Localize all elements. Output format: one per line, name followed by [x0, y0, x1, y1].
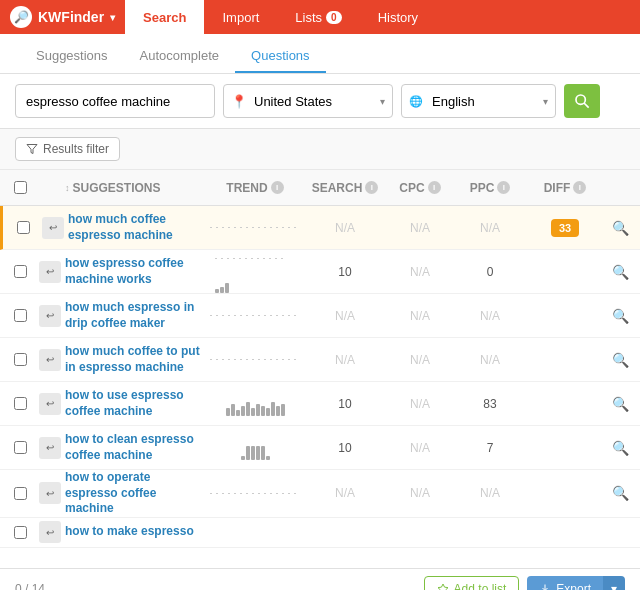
keyword-link[interactable]: how much espresso in drip coffee maker — [65, 300, 205, 331]
tab-suggestions[interactable]: Suggestions — [20, 40, 124, 73]
header-diff: DIFF i — [525, 181, 605, 195]
keyword-link[interactable]: how much coffee to put in espresso machi… — [65, 344, 205, 375]
bookmark-button[interactable]: ↩ — [39, 261, 61, 283]
row-checkbox[interactable] — [5, 487, 35, 500]
search-button[interactable] — [564, 84, 600, 118]
row-action[interactable]: 🔍 — [605, 220, 635, 236]
diff-info-icon[interactable]: i — [573, 181, 586, 194]
row-checkbox[interactable] — [5, 441, 35, 454]
row-ppc: 83 — [455, 397, 525, 411]
trend-info-icon[interactable]: i — [271, 181, 284, 194]
row-action[interactable]: 🔍 — [605, 396, 635, 412]
cpc-info-icon[interactable]: i — [428, 181, 441, 194]
header-ppc: PPC i — [455, 181, 525, 195]
row-bookmark[interactable]: ↩ — [35, 393, 65, 415]
bookmark-button[interactable]: ↩ — [39, 521, 61, 543]
row-action[interactable]: 🔍 — [605, 264, 635, 280]
table-row: ↩ how to clean espresso coffee machine 1… — [0, 426, 640, 470]
row-trend — [205, 392, 305, 416]
result-count: 0 / 14 — [15, 582, 45, 591]
language-select[interactable]: English Spanish French German — [401, 84, 556, 118]
select-all-checkbox[interactable] — [14, 181, 27, 194]
export-button[interactable]: Export — [527, 576, 603, 591]
app-name: KWFinder — [38, 9, 104, 25]
keyword-link[interactable]: how to make espresso — [65, 524, 194, 540]
svg-point-0 — [576, 95, 585, 104]
row-bookmark[interactable]: ↩ — [35, 437, 65, 459]
row-checkbox[interactable] — [8, 221, 38, 234]
row-keyword: how to operate espresso coffee machine — [65, 470, 205, 517]
row-keyword: how to make espresso — [65, 524, 205, 540]
export-dropdown-button[interactable]: ▾ — [603, 576, 625, 591]
tab-autocomplete[interactable]: Autocomplete — [124, 40, 236, 73]
keyword-link[interactable]: how to clean espresso coffee machine — [65, 432, 205, 463]
svg-line-1 — [584, 103, 589, 108]
row-checkbox[interactable] — [5, 397, 35, 410]
svg-marker-3 — [438, 584, 448, 591]
row-ppc: 0 — [455, 265, 525, 279]
results-filter-button[interactable]: Results filter — [15, 137, 120, 161]
download-icon — [539, 583, 551, 591]
nav-tab-search[interactable]: Search — [125, 0, 204, 34]
row-cpc: N/A — [385, 221, 455, 235]
table-row: ↩ how much coffee to put in espresso mac… — [0, 338, 640, 382]
footer: 0 / 14 Add to list Export ▾ — [0, 568, 640, 590]
nav-tab-import[interactable]: Import — [204, 0, 277, 34]
row-cpc: N/A — [385, 309, 455, 323]
row-trend — [205, 220, 305, 236]
row-bookmark[interactable]: ↩ — [35, 482, 65, 504]
row-ppc: N/A — [455, 221, 525, 235]
row-search: 10 — [305, 441, 385, 455]
row-bookmark[interactable]: ↩ — [35, 349, 65, 371]
svg-marker-2 — [27, 145, 37, 154]
nav-tab-history[interactable]: History — [360, 0, 436, 34]
filter-icon — [26, 143, 38, 155]
bookmark-button[interactable]: ↩ — [39, 393, 61, 415]
trend-dotted — [210, 220, 300, 236]
bookmark-button[interactable]: ↩ — [39, 349, 61, 371]
row-checkbox[interactable] — [5, 265, 35, 278]
tab-questions[interactable]: Questions — [235, 40, 326, 73]
chevron-down-icon[interactable]: ▾ — [110, 12, 115, 23]
language-wrapper: 🌐 English Spanish French German ▾ — [401, 84, 556, 118]
logo-area[interactable]: 🔎 KWFinder ▾ — [10, 6, 115, 28]
row-keyword: how much coffee espresso machine — [68, 212, 205, 243]
keyword-link[interactable]: how to operate espresso coffee machine — [65, 470, 205, 517]
export-group: Export ▾ — [527, 576, 625, 591]
row-ppc: N/A — [455, 486, 525, 500]
trend-dotted — [215, 251, 285, 267]
row-bookmark[interactable]: ↩ — [35, 521, 65, 543]
table-row: ↩ how much espresso in drip coffee maker… — [0, 294, 640, 338]
row-checkbox[interactable] — [5, 353, 35, 366]
keyword-link[interactable]: how much coffee espresso machine — [68, 212, 205, 243]
row-checkbox[interactable] — [5, 526, 35, 539]
ppc-info-icon[interactable]: i — [497, 181, 510, 194]
bookmark-button[interactable]: ↩ — [39, 437, 61, 459]
row-cpc: N/A — [385, 441, 455, 455]
row-cpc: N/A — [385, 265, 455, 279]
table-row: ↩ how to make espresso — [0, 518, 640, 548]
row-action[interactable]: 🔍 — [605, 440, 635, 456]
row-action[interactable]: 🔍 — [605, 485, 635, 501]
header-suggestions[interactable]: ↕ Suggestions — [65, 181, 205, 195]
row-bookmark[interactable]: ↩ — [35, 305, 65, 327]
row-action[interactable]: 🔍 — [605, 352, 635, 368]
bookmark-button[interactable]: ↩ — [39, 482, 61, 504]
row-trend — [205, 308, 305, 324]
star-icon — [437, 583, 449, 591]
bookmark-button[interactable]: ↩ — [42, 217, 64, 239]
row-bookmark[interactable]: ↩ — [35, 261, 65, 283]
row-action[interactable]: 🔍 — [605, 308, 635, 324]
search-info-icon[interactable]: i — [365, 181, 378, 194]
add-to-list-button[interactable]: Add to list — [424, 576, 520, 591]
row-bookmark[interactable]: ↩ — [38, 217, 68, 239]
header-trend: Trend i — [205, 181, 305, 195]
nav-tab-lists[interactable]: Lists 0 — [277, 0, 359, 34]
keyword-link[interactable]: how to use espresso coffee machine — [65, 388, 205, 419]
logo-icon: 🔎 — [10, 6, 32, 28]
row-checkbox[interactable] — [5, 309, 35, 322]
location-select[interactable]: United States United Kingdom Canada Aust… — [223, 84, 393, 118]
keyword-input[interactable] — [15, 84, 215, 118]
bookmark-button[interactable]: ↩ — [39, 305, 61, 327]
keyword-link[interactable]: how espresso coffee machine works — [65, 256, 205, 287]
